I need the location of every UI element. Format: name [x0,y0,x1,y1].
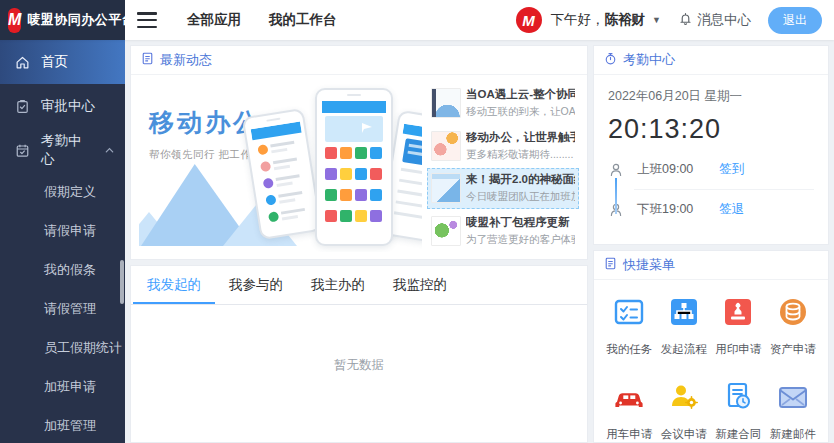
chevron-down-icon[interactable]: ▼ [652,15,661,25]
news-item[interactable]: 移动办公，让世界触手可更多精彩敬请期待........ [427,125,579,167]
message-center-label: 消息中心 [697,11,751,29]
attendance-rows: 上班09:00 签到 下班19:00 签退 [608,161,814,218]
news-panel-header: 最新动态 [131,46,587,75]
top-nav: 全部应用 我的工作台 [187,11,337,29]
top-header: M 唛盟协同办公平台 全部应用 我的工作台 M 下午好，陈裕财 ▼ 消息中心 退… [0,0,834,40]
quick-item-start-flow[interactable]: 发起流程 [657,294,712,357]
sidebar-subitem-my-leave-slips[interactable]: 我的假条 [0,250,125,289]
tab-monitored-by-me[interactable]: 我监控的 [379,266,461,304]
bell-icon [678,11,693,30]
sidebar: 首页 审批中心 考勤中心 假期定义 请假申请 我的假条 请假管理 员工假期统计 … [0,40,125,443]
tab-hosted-by-me[interactable]: 我主办的 [297,266,379,304]
news-item[interactable]: 当OA遇上云-整个协同OA移动互联的到来，让OA与云 [427,82,579,124]
news-list: 当OA遇上云-整个协同OA移动互联的到来，让OA与云 移动办公，让世界触手可更多… [427,82,579,252]
news-thumbnail [431,131,461,161]
news-title: 当OA遇上云-整个协同OA [466,87,575,102]
user-greeting[interactable]: 下午好，陈裕财 [551,11,646,29]
attendance-panel-title: 考勤中心 [623,51,675,69]
news-thumbnail [431,173,461,203]
quick-item-asset-request[interactable]: 资产申请 [766,294,821,357]
attendance-timeline [615,178,617,214]
quick-item-my-tasks[interactable]: 我的任务 [602,294,657,357]
user-avatar[interactable]: M [516,7,542,33]
person-icon [608,162,624,178]
check-out-link[interactable]: 签退 [719,201,744,218]
quick-menu-panel: 快捷菜单 我的任务 发起流程 用印申请 [593,250,829,443]
user-name: 陈裕财 [605,12,646,27]
app-window: M 唛盟协同办公平台 全部应用 我的工作台 M 下午好，陈裕财 ▼ 消息中心 退… [0,0,834,443]
nav-all-apps[interactable]: 全部应用 [187,11,241,29]
news-body: 移动办公 帮你领先同行 把工作带出办公室 [131,75,587,259]
app-title: 唛盟协同办公平台 [27,11,135,29]
left-column: 最新动态 移动办公 帮你领先同行 把工作带出办公室 [130,45,588,443]
quick-item-new-contract[interactable]: 新建合同 [711,379,766,442]
attendance-body: 2022年06月20日 星期一 20:13:20 上班09:00 签到 下班19… [594,75,828,228]
quick-item-label: 会议申请 [661,427,707,442]
message-center[interactable]: 消息中心 [678,11,751,30]
news-item-highlighted[interactable]: 来！揭开2.0的神秘面纱-今日唛盟团队正在加班加点， [427,168,579,210]
sidebar-subitem-leave-management[interactable]: 请假管理 [0,289,125,328]
quick-item-label: 我的任务 [606,342,652,357]
empty-state-text: 暂无数据 [131,305,587,374]
right-column: 考勤中心 2022年06月20日 星期一 20:13:20 上班09:00 签到 [593,45,829,443]
quick-item-label: 资产申请 [770,342,816,357]
attendance-date: 2022年06月20日 星期一 [608,88,814,105]
stopwatch-icon [604,52,617,68]
calendar-icon [15,143,30,158]
sidebar-item-approval-center[interactable]: 审批中心 [0,84,125,128]
quick-item-meeting-request[interactable]: 会议申请 [657,379,712,442]
news-title: 来！揭开2.0的神秘面纱- [466,172,575,187]
sidebar-item-attendance-center[interactable]: 考勤中心 [0,128,125,172]
my-tasks-panel: 我发起的 我参与的 我主办的 我监控的 暂无数据 [130,265,588,443]
news-desc: 今日唛盟团队正在加班加点， [466,190,575,204]
brand-logo-icon: M [8,8,21,33]
sidebar-subitem-overtime-management[interactable]: 加班管理 [0,406,125,443]
sidebar-subitem-employee-holiday-stats[interactable]: 员工假期统计 [0,328,125,367]
divider [634,189,814,190]
chevron-up-icon [104,145,115,156]
mobile-office-banner[interactable]: 移动办公 帮你领先同行 把工作带出办公室 [139,82,422,252]
quick-item-label: 用印申请 [715,342,761,357]
sidebar-subitem-overtime-request[interactable]: 加班申请 [0,367,125,406]
quick-item-seal-request[interactable]: 用印申请 [711,294,766,357]
banner-phone-center [315,88,393,246]
quick-item-label: 发起流程 [661,342,707,357]
quick-menu-header: 快捷菜单 [594,251,828,280]
sidebar-scrollbar[interactable] [120,260,124,304]
greeting-text: 下午好， [551,12,605,27]
news-item[interactable]: 唛盟补丁包程序更新为了营造更好的客户体验，唛 [427,210,579,252]
task-tab-bar: 我发起的 我参与的 我主办的 我监控的 [131,266,587,305]
sidebar-item-label: 考勤中心 [41,132,93,168]
tasks-icon [611,294,647,334]
attendance-clock: 20:13:20 [608,114,814,145]
latest-news-panel: 最新动态 移动办公 帮你领先同行 把工作带出办公室 [130,45,588,260]
home-icon [15,55,30,70]
hamburger-menu-icon[interactable] [137,12,157,28]
stamp-icon [720,294,756,334]
sidebar-item-label: 首页 [41,53,68,71]
quick-item-new-mail[interactable]: 新建邮件 [766,379,821,442]
mail-icon [775,379,811,419]
tab-participated-by-me[interactable]: 我参与的 [215,266,297,304]
sidebar-subitem-holiday-definition[interactable]: 假期定义 [0,172,125,211]
nav-my-workbench[interactable]: 我的工作台 [269,11,337,29]
news-desc: 更多精彩敬请期待........ [466,148,575,162]
logout-button[interactable]: 退出 [768,7,822,34]
check-in-label: 上班09:00 [637,161,693,178]
document-icon [604,257,617,273]
quick-item-vehicle-request[interactable]: 用车申请 [602,379,657,442]
document-icon [141,52,154,68]
sidebar-subitem-leave-request[interactable]: 请假申请 [0,211,125,250]
tab-initiated-by-me[interactable]: 我发起的 [133,266,215,304]
attendance-panel-header: 考勤中心 [594,46,828,75]
quick-item-label: 用车申请 [606,427,652,442]
check-out-row: 下班19:00 签退 [608,201,814,218]
check-in-row: 上班09:00 签到 [608,161,814,178]
sidebar-item-label: 审批中心 [41,97,95,115]
news-panel-title: 最新动态 [160,51,212,69]
check-in-link[interactable]: 签到 [719,161,744,178]
asset-icon [775,294,811,334]
car-icon [611,379,647,419]
sidebar-item-home[interactable]: 首页 [0,40,125,84]
attendance-panel: 考勤中心 2022年06月20日 星期一 20:13:20 上班09:00 签到 [593,45,829,245]
